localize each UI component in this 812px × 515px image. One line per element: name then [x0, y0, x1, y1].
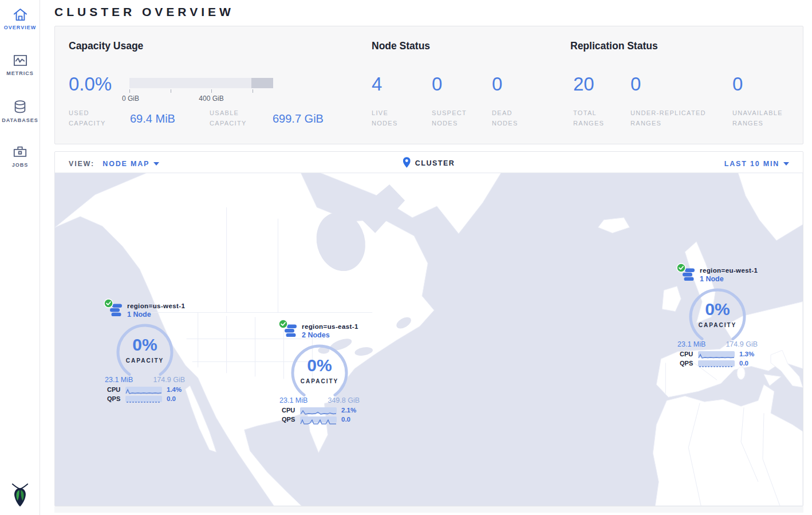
under-replicated-value: 0	[630, 73, 641, 95]
total-ranges-value: 20	[573, 73, 594, 95]
healthy-check-icon	[278, 319, 288, 331]
capacity-tick-mid: 400 GiB	[194, 95, 228, 103]
sidebar-item-label: JOBS	[0, 162, 40, 168]
capacity-ring: 0% CAPACITY	[686, 285, 749, 348]
cockroachdb-logo	[0, 483, 40, 509]
sidebar-item-label: METRICS	[0, 70, 40, 76]
database-icon	[0, 99, 40, 115]
capacity-percent: 0%	[113, 335, 176, 355]
chevron-down-icon[interactable]	[783, 152, 789, 173]
qps-row: QPS 0.0	[102, 395, 188, 402]
qps-row: QPS 0.0	[277, 416, 362, 423]
unavailable-label: UNAVAILABLE RANGES	[732, 108, 790, 128]
locality-marker-us-east-1[interactable]: region=us-east-1 2 Nodes 0% CAPACITY 23.…	[277, 322, 362, 423]
capacity-ring: 0% CAPACITY	[113, 321, 176, 384]
breadcrumb[interactable]: CLUSTER	[415, 159, 455, 167]
home-icon	[0, 7, 40, 22]
time-range-dropdown[interactable]: LAST 10 MIN	[724, 160, 779, 168]
capacity-percent: 0%	[288, 356, 351, 375]
usable-capacity-label: USABLE CAPACITY	[210, 108, 261, 128]
suspect-nodes-value: 0	[432, 73, 442, 95]
sidebar-item-label: DATABASES	[0, 117, 40, 123]
cpu-value: 1.4%	[167, 386, 182, 393]
qps-sparkline	[125, 396, 162, 402]
sidebar: OVERVIEW METRICS DATABASES	[0, 0, 40, 515]
healthy-check-icon	[676, 263, 686, 275]
axis-tick	[129, 89, 130, 93]
sidebar-item-label: OVERVIEW	[0, 25, 40, 30]
capacity-bar-reserved-segment	[251, 78, 273, 88]
metrics-icon	[0, 53, 40, 68]
capacity-ring: 0% CAPACITY	[288, 341, 351, 404]
qps-label: QPS	[107, 395, 125, 402]
total-ranges-label: TOTAL RANGES	[573, 108, 614, 128]
usable-capacity-value: 699.7 GiB	[273, 112, 324, 125]
suspect-nodes-label: SUSPECT NODES	[432, 108, 473, 128]
cpu-row: CPU 1.4%	[102, 386, 188, 393]
qps-value: 0.0	[739, 360, 748, 367]
cpu-sparkline	[125, 387, 162, 393]
sidebar-item-jobs[interactable]: JOBS	[0, 144, 40, 168]
cpu-label: CPU	[680, 351, 698, 357]
capacity-caption: CAPACITY	[686, 322, 749, 328]
locality-marker-eu-west-1[interactable]: region=eu-west-1 1 Node 0% CAPACITY 23.1…	[675, 266, 760, 367]
replication-status-title: Replication Status	[570, 40, 658, 52]
qps-label: QPS	[282, 416, 300, 423]
axis-tick	[171, 89, 171, 93]
region-label: region=us-west-1	[127, 302, 188, 309]
node-status-title: Node Status	[372, 40, 430, 52]
live-nodes-value: 4	[372, 73, 382, 95]
node-map-panel: VIEW: NODE MAP CLUSTER LAST 10 MIN	[54, 151, 803, 506]
qps-row: QPS 0.0	[675, 360, 760, 367]
cpu-value: 2.1%	[341, 407, 356, 414]
node-count-link[interactable]: 1 Node	[127, 310, 188, 319]
cpu-sparkline	[300, 407, 337, 414]
cpu-row: CPU 2.1%	[277, 407, 362, 414]
page-footer-strip	[54, 506, 803, 513]
cluster-summary-panel: Capacity Usage 0.0% 0 GiB 400 GiB USED C…	[54, 26, 803, 144]
healthy-check-icon	[104, 298, 113, 310]
location-pin-icon	[403, 154, 411, 175]
capacity-usage-bar	[129, 78, 273, 88]
under-replicated-label: UNDER-REPLICATED RANGES	[630, 108, 716, 128]
cpu-label: CPU	[107, 386, 125, 393]
capacity-tick-min: 0 GiB	[113, 95, 148, 103]
dead-nodes-label: DEAD NODES	[492, 108, 533, 128]
unavailable-value: 0	[732, 73, 743, 95]
axis-tick	[211, 89, 212, 93]
cpu-label: CPU	[282, 407, 300, 414]
capacity-caption: CAPACITY	[113, 357, 176, 364]
capacity-usage-title: Capacity Usage	[69, 40, 143, 52]
chevron-down-icon[interactable]	[153, 152, 159, 173]
view-mode-dropdown[interactable]: NODE MAP	[103, 160, 149, 168]
capacity-percent: 0%	[686, 300, 749, 319]
dead-nodes-value: 0	[492, 73, 502, 95]
main-content: CLUSTER OVERVIEW Capacity Usage 0.0% 0 G…	[40, 0, 812, 515]
node-map: region=us-west-1 1 Node 0% CAPACITY 23.1…	[55, 173, 803, 506]
used-capacity-value: 69.4 MiB	[130, 112, 175, 125]
locality-marker-us-west-1[interactable]: region=us-west-1 1 Node 0% CAPACITY 23.1…	[102, 301, 188, 402]
marker-header: region=us-west-1 1 Node	[102, 301, 188, 321]
capacity-caption: CAPACITY	[288, 378, 351, 384]
cpu-sparkline	[698, 351, 735, 357]
qps-value: 0.0	[167, 395, 176, 402]
axis-tick	[253, 89, 253, 93]
briefcase-icon	[0, 144, 40, 159]
sidebar-item-metrics[interactable]: METRICS	[0, 53, 40, 76]
map-toolbar: VIEW: NODE MAP CLUSTER LAST 10 MIN	[55, 152, 803, 173]
live-nodes-label: LIVE NODES	[372, 108, 413, 128]
region-label: region=eu-west-1	[700, 267, 760, 274]
sidebar-item-databases[interactable]: DATABASES	[0, 99, 40, 123]
sidebar-item-overview[interactable]: OVERVIEW	[0, 7, 40, 30]
marker-header: region=us-east-1 2 Nodes	[277, 322, 362, 341]
node-count-link[interactable]: 1 Node	[700, 275, 760, 283]
used-capacity-label: USED CAPACITY	[69, 108, 120, 128]
marker-header: region=eu-west-1 1 Node	[675, 266, 760, 285]
cpu-row: CPU 1.3%	[675, 351, 760, 357]
node-count-link[interactable]: 2 Nodes	[302, 331, 362, 339]
cpu-value: 1.3%	[739, 351, 754, 357]
capacity-used-percent: 0.0%	[69, 73, 112, 95]
qps-label: QPS	[680, 360, 698, 367]
view-label: VIEW:	[69, 160, 94, 168]
region-label: region=us-east-1	[302, 323, 362, 330]
